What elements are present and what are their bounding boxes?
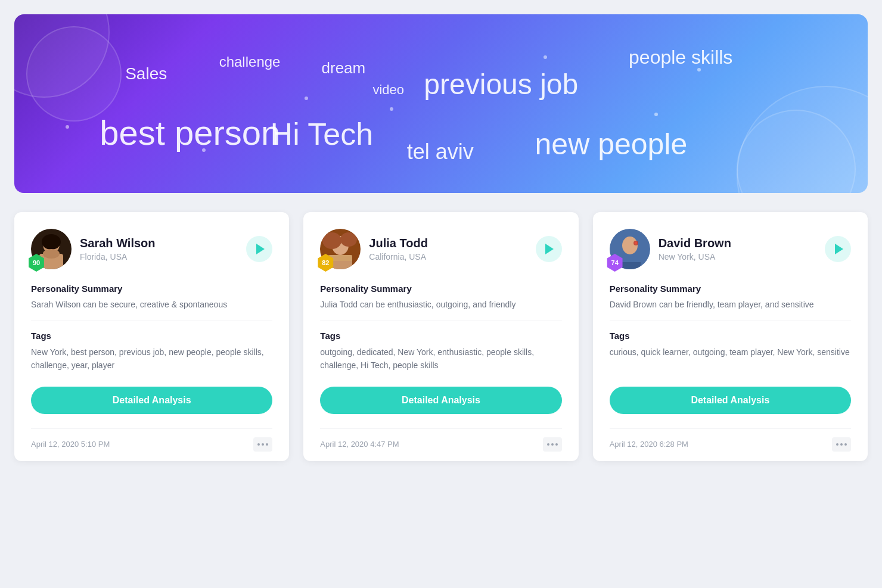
banner-dot [66, 125, 69, 129]
divider [610, 321, 851, 321]
more-dot [262, 443, 264, 446]
more-dot [257, 443, 260, 446]
name-info: Sarah Wilson Florida, USA [80, 237, 246, 262]
banner-dot [202, 148, 206, 152]
play-icon [545, 244, 554, 254]
word-cloud-word: dream [322, 59, 366, 77]
word-cloud-banner: Saleschallengedreamprevious jobpeople sk… [14, 14, 868, 193]
more-dot [844, 443, 847, 446]
person-location: Florida, USA [80, 252, 246, 262]
person-location: New York, USA [659, 252, 825, 262]
card-header: 74 David Brown New York, USA [610, 229, 851, 269]
more-options-button[interactable] [832, 437, 851, 452]
more-dot [836, 443, 838, 446]
banner-dot [544, 55, 547, 59]
svg-point-7 [322, 232, 341, 249]
word-cloud-word: new people [535, 127, 688, 161]
tags-title: Tags [320, 331, 561, 341]
avatar-wrapper: 82 [320, 229, 361, 269]
banner-dot [654, 113, 658, 116]
word-cloud-word: video [372, 82, 404, 98]
card-sarah: 90 Sarah Wilson Florida, USA Personality… [14, 212, 289, 461]
card-content: Personality Summary Julia Todd can be en… [320, 284, 561, 372]
tags-text: curious, quick learner, outgoing, team p… [610, 346, 851, 359]
banner-dot [697, 68, 701, 71]
svg-point-4 [43, 249, 60, 259]
more-options-button[interactable] [543, 437, 562, 452]
tags-text: New York, best person, previous job, new… [31, 346, 272, 372]
name-info: David Brown New York, USA [659, 237, 825, 262]
word-cloud-word: best person [100, 113, 280, 153]
personality-text: David Brown can be friendly, team player… [610, 298, 851, 311]
timestamp: April 12, 2020 6:28 PM [610, 440, 688, 449]
person-name: Sarah Wilson [80, 237, 246, 250]
word-cloud-word: tel aviv [407, 139, 474, 164]
banner-dot [390, 107, 393, 111]
word-cloud-word: challenge [219, 54, 281, 70]
person-name: Julia Todd [369, 237, 535, 250]
svg-point-2 [42, 234, 61, 250]
avatar-wrapper: 74 [610, 229, 650, 269]
card-footer: April 12, 2020 4:47 PM [320, 428, 561, 461]
word-cloud-word: Hi Tech [271, 116, 373, 152]
divider [320, 321, 561, 321]
word-cloud-word: people skills [629, 46, 732, 69]
word-cloud: Saleschallengedreamprevious jobpeople sk… [14, 14, 868, 193]
personality-text: Julia Todd can be enthusiastic, outgoing… [320, 298, 561, 311]
personality-text: Sarah Wilson can be secure, creative & s… [31, 298, 272, 311]
svg-point-16 [635, 242, 637, 244]
personality-title: Personality Summary [31, 284, 272, 294]
card-footer: April 12, 2020 6:28 PM [610, 428, 851, 461]
name-info: Julia Todd California, USA [369, 237, 535, 262]
timestamp: April 12, 2020 4:47 PM [320, 440, 399, 449]
person-name: David Brown [659, 237, 825, 250]
banner-dot [305, 97, 308, 100]
card-julia: 82 Julia Todd California, USA Personalit… [303, 212, 578, 461]
detailed-analysis-button[interactable]: Detailed Analysis [320, 387, 561, 414]
more-dot [551, 443, 554, 446]
more-options-button[interactable] [253, 437, 272, 452]
play-icon [835, 244, 843, 254]
svg-point-12 [622, 237, 638, 254]
play-button[interactable] [825, 236, 851, 262]
card-content: Personality Summary David Brown can be f… [610, 284, 851, 372]
word-cloud-word: previous job [424, 68, 578, 101]
tags-text: outgoing, dedicated, New York, enthusias… [320, 346, 561, 372]
play-button[interactable] [536, 236, 562, 262]
card-header: 90 Sarah Wilson Florida, USA [31, 229, 272, 269]
more-dot [266, 443, 268, 446]
card-david: 74 David Brown New York, USA Personality… [593, 212, 868, 461]
avatar-wrapper: 90 [31, 229, 72, 269]
tags-title: Tags [610, 331, 851, 341]
more-dot [547, 443, 549, 446]
svg-point-8 [340, 232, 357, 247]
cards-container: 90 Sarah Wilson Florida, USA Personality… [14, 212, 868, 461]
tags-title: Tags [31, 331, 272, 341]
more-dot [840, 443, 843, 446]
more-dot [555, 443, 558, 446]
divider [31, 321, 272, 321]
card-content: Personality Summary Sarah Wilson can be … [31, 284, 272, 372]
card-header: 82 Julia Todd California, USA [320, 229, 561, 269]
detailed-analysis-button[interactable]: Detailed Analysis [31, 387, 272, 414]
personality-title: Personality Summary [320, 284, 561, 294]
timestamp: April 12, 2020 5:10 PM [31, 440, 110, 449]
personality-title: Personality Summary [610, 284, 851, 294]
word-cloud-word: Sales [125, 64, 167, 83]
play-button[interactable] [246, 236, 272, 262]
detailed-analysis-button[interactable]: Detailed Analysis [610, 387, 851, 414]
card-footer: April 12, 2020 5:10 PM [31, 428, 272, 461]
person-location: California, USA [369, 252, 535, 262]
play-icon [256, 244, 265, 254]
